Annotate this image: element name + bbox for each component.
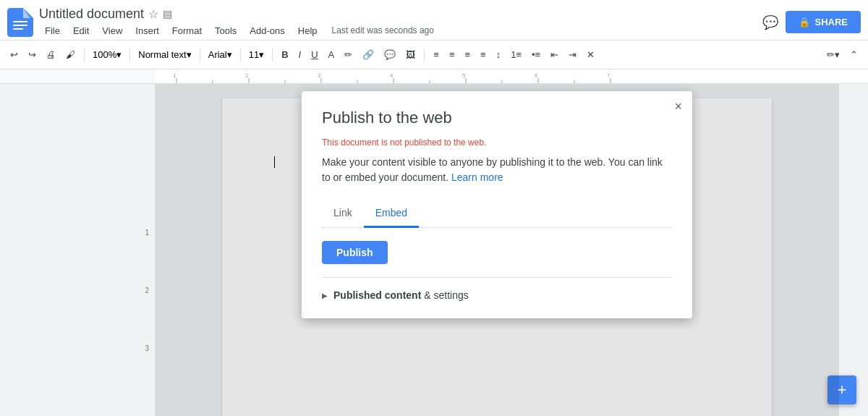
align-justify-button[interactable]: ≡ [476, 46, 490, 63]
learn-more-link[interactable]: Learn more [451, 171, 503, 183]
fontsize-value: 11 [249, 49, 259, 60]
paint-format-button[interactable]: 🖌 [61, 46, 80, 63]
svg-text:2: 2 [245, 72, 249, 79]
tab-link[interactable]: Link [322, 200, 364, 228]
svg-text:5: 5 [462, 72, 466, 79]
print-button[interactable]: 🖨 [42, 46, 60, 63]
dialog-title: Publish to the web [322, 109, 672, 127]
page-number-3: 3 [145, 344, 149, 352]
fontsize-select-wrap[interactable]: 11 ▾ [245, 47, 268, 62]
link-button[interactable]: 🔗 [358, 46, 378, 63]
separator-3 [200, 48, 200, 62]
left-margin: 1 2 3 [0, 84, 155, 416]
svg-text:1: 1 [173, 72, 176, 79]
title-bar-right: 💬 🔒 SHARE [762, 11, 861, 33]
published-label-text: Published content [333, 289, 421, 301]
dialog-description: Make your content visible to anyone by p… [322, 155, 672, 185]
separator-2 [129, 48, 130, 62]
separator-4 [240, 48, 241, 62]
doc-title[interactable]: Untitled document [39, 7, 144, 22]
svg-rect-1 [13, 25, 27, 26]
svg-text:4: 4 [390, 72, 393, 79]
publish-button[interactable]: Publish [322, 241, 388, 264]
tab-embed[interactable]: Embed [364, 200, 419, 228]
clear-format-button[interactable]: ✕ [582, 46, 599, 63]
dialog-status: This document is not published to the we… [322, 137, 672, 148]
increase-indent-button[interactable]: ⇥ [564, 46, 581, 63]
menu-tools[interactable]: Tools [209, 23, 242, 38]
separator-5 [272, 48, 273, 62]
menu-file[interactable]: File [39, 23, 66, 38]
dialog-close-button[interactable]: × [674, 100, 682, 113]
separator-1 [84, 48, 85, 62]
lock-icon: 🔒 [799, 17, 810, 27]
menu-bar: File Edit View Insert Format Tools Add-o… [39, 23, 762, 38]
style-select-wrap[interactable]: Normal text ▾ [135, 47, 195, 62]
published-label: Published content & settings [333, 289, 469, 301]
bullet-list-button[interactable]: •≡ [527, 46, 545, 63]
expand-button[interactable]: ⌃ [846, 46, 862, 63]
svg-rect-2 [13, 28, 23, 30]
redo-button[interactable]: ↪ [24, 46, 41, 63]
title-area: Untitled document ☆ ▤ File Edit View Ins… [39, 7, 762, 38]
comment-button[interactable]: 💬 [380, 46, 400, 63]
font-chevron: ▾ [227, 49, 232, 60]
underline-button[interactable]: U [307, 46, 322, 63]
numbered-list-button[interactable]: 1≡ [506, 46, 526, 63]
menu-view[interactable]: View [96, 23, 128, 38]
bold-button[interactable]: B [277, 46, 292, 63]
svg-text:3: 3 [318, 72, 321, 79]
publish-dialog: × Publish to the web This document is no… [302, 91, 692, 318]
last-edit: Last edit was seconds ago [332, 25, 434, 35]
share-label: SHARE [814, 17, 848, 27]
page-area: × Publish to the web This document is no… [155, 84, 839, 416]
right-sidebar: + [839, 84, 868, 416]
folder-icon[interactable]: ▤ [163, 8, 172, 20]
zoom-select-wrap[interactable]: 100% ▾ [89, 47, 125, 62]
page-number-2: 2 [145, 286, 149, 294]
chat-icon[interactable]: 💬 [762, 14, 778, 30]
style-value: Normal text [138, 49, 186, 60]
svg-text:7: 7 [607, 72, 610, 79]
svg-rect-0 [13, 21, 27, 22]
align-right-button[interactable]: ≡ [460, 46, 475, 63]
undo-button[interactable]: ↩ [6, 46, 22, 63]
ruler: 1 2 3 4 5 6 7 [0, 69, 868, 84]
image-button[interactable]: 🖼 [401, 46, 420, 63]
star-icon[interactable]: ☆ [148, 7, 158, 21]
menu-insert[interactable]: Insert [129, 23, 165, 38]
doc-icon [7, 8, 33, 37]
edit-mode-button[interactable]: ✏▾ [822, 46, 844, 63]
menu-edit[interactable]: Edit [67, 23, 95, 38]
style-chevron: ▾ [187, 49, 192, 60]
dialog-tabs: Link Embed [322, 200, 672, 228]
font-color-button[interactable]: A [324, 46, 339, 63]
published-content-section[interactable]: ▶ Published content & settings [322, 277, 672, 301]
document-area: 1 2 3 × Publish to the web This document… [0, 84, 868, 416]
ruler-left-margin [0, 69, 155, 83]
ruler-inner: 1 2 3 4 5 6 7 [155, 69, 868, 83]
zoom-chevron: ▾ [116, 49, 122, 60]
decrease-indent-button[interactable]: ⇤ [546, 46, 563, 63]
share-button[interactable]: 🔒 SHARE [786, 11, 861, 33]
zoom-value: 100% [93, 49, 116, 60]
italic-button[interactable]: I [294, 46, 306, 63]
svg-text:6: 6 [535, 72, 538, 79]
highlight-button[interactable]: ✏ [340, 46, 357, 63]
separator-6 [424, 48, 425, 62]
font-value: Arial [208, 49, 227, 60]
menu-help[interactable]: Help [292, 23, 323, 38]
triangle-icon: ▶ [322, 292, 328, 300]
menu-addons[interactable]: Add-ons [244, 23, 290, 38]
align-left-button[interactable]: ≡ [429, 46, 443, 63]
font-select-wrap[interactable]: Arial ▾ [205, 47, 236, 62]
title-bar: Untitled document ☆ ▤ File Edit View Ins… [0, 0, 868, 41]
align-center-button[interactable]: ≡ [445, 46, 459, 63]
dialog-overlay: × Publish to the web This document is no… [155, 84, 839, 416]
line-spacing-button[interactable]: ↕ [492, 46, 506, 63]
fontsize-chevron: ▾ [259, 49, 264, 60]
menu-format[interactable]: Format [166, 23, 208, 38]
page-number-1: 1 [145, 229, 149, 237]
toolbar: ↩ ↪ 🖨 🖌 100% ▾ Normal text ▾ Arial ▾ 11 … [0, 41, 868, 69]
